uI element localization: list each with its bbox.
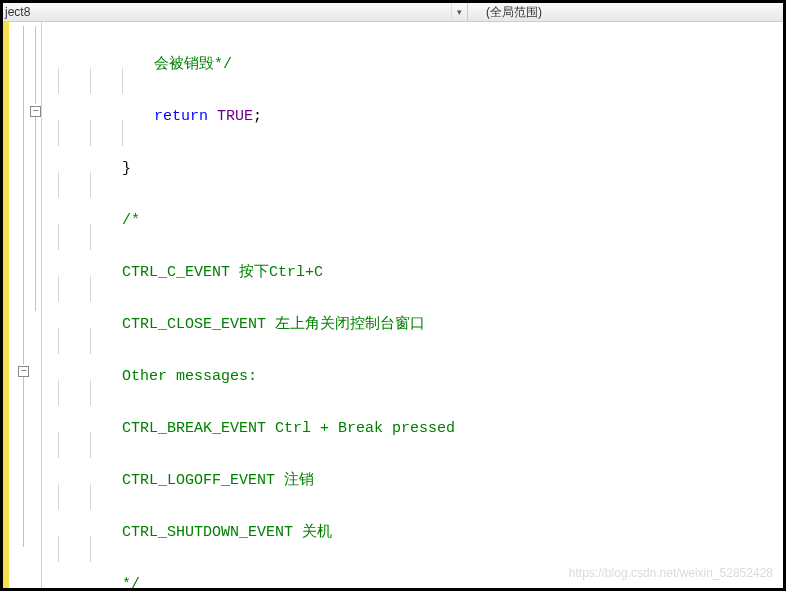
fold-toggle-icon[interactable]: − — [30, 106, 41, 117]
comment-line: CTRL_SHUTDOWN_EVENT 关机 — [122, 524, 332, 541]
fold-toggle-icon[interactable]: − — [18, 366, 29, 377]
watermark-text: https://blog.csdn.net/weixin_52852428 — [569, 566, 773, 580]
scope-left-label: ject8 — [5, 5, 30, 19]
comment-line: Other messages: — [122, 368, 257, 385]
keyword-return: return — [154, 108, 208, 125]
macro-true: TRUE — [217, 108, 253, 125]
code-editor[interactable]: − − 会被销毁*/ return TRUE; } /* CTRL_C_EVEN… — [3, 22, 783, 588]
comment-line: CTRL_BREAK_EVENT Ctrl + Break pressed — [122, 420, 455, 437]
scope-right-label: (全局范围) — [486, 4, 542, 21]
toolbar: ject8 ▾ (全局范围) — [3, 3, 783, 22]
code-content[interactable]: 会被销毁*/ return TRUE; } /* CTRL_C_EVENT 按下… — [42, 22, 783, 588]
chevron-down-icon[interactable]: ▾ — [451, 3, 467, 21]
scope-dropdown-right[interactable]: (全局范围) — [468, 4, 783, 21]
brace-close: } — [122, 160, 131, 177]
comment-open: /* — [122, 212, 140, 229]
comment-line: CTRL_C_EVENT 按下Ctrl+C — [122, 264, 323, 281]
scope-dropdown-left[interactable]: ject8 ▾ — [3, 3, 468, 21]
comment-line: CTRL_LOGOFF_EVENT 注销 — [122, 472, 314, 489]
comment-line: CTRL_CLOSE_EVENT 左上角关闭控制台窗口 — [122, 316, 425, 333]
comment-text: 会被销毁*/ — [154, 56, 232, 73]
comment-close: */ — [122, 576, 140, 588]
gutter: − − — [9, 22, 42, 588]
